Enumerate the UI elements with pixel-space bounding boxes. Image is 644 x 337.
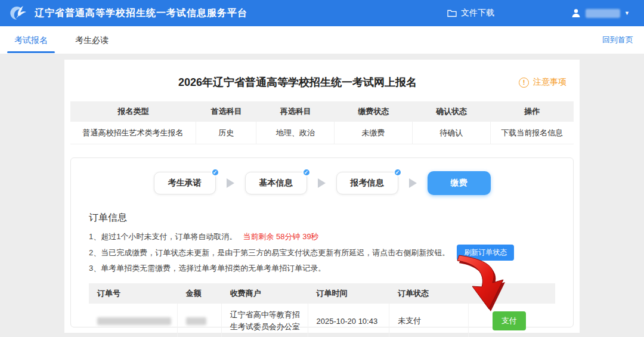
amount-redacted: [186, 317, 206, 325]
page-title: 2026年辽宁省普通高等学校招生统一考试网上报名: [76, 75, 519, 89]
cell-registration-type: 普通高校招生艺术类考生报名: [70, 122, 196, 144]
back-to-home-link[interactable]: 回到首页: [602, 35, 633, 45]
col-header: 操作: [491, 106, 574, 117]
tab-bar: 考试报名 考生必读 回到首页: [0, 26, 644, 54]
step-basic-info[interactable]: 基本信息 ✓: [245, 172, 307, 194]
folder-icon: [447, 9, 457, 17]
order-table-row: 辽宁省高中等教育招生考试委员会办公室 2025-10-20 10:43 未支付 …: [89, 304, 555, 337]
cell-order-number: [89, 304, 178, 337]
step-label: 报考信息: [351, 178, 384, 188]
cell-merchant: 辽宁省高中等教育招生考试委员会办公室: [222, 304, 308, 337]
col-header: 再选科目: [256, 106, 335, 117]
step-arrow-icon: [227, 178, 234, 188]
col-header: 缴费状态: [335, 106, 413, 117]
notice-link[interactable]: ! 注意事项: [519, 77, 566, 88]
cell-payment-status: 未缴费: [335, 122, 413, 144]
registration-table: 报名类型 首选科目 再选科目 缴费状态 确认状态 操作 普通高校招生艺术类考生报…: [70, 101, 574, 144]
tab-candidate-must-read[interactable]: 考生必读: [75, 26, 109, 54]
refresh-order-status-button[interactable]: 刷新订单状态: [457, 245, 514, 261]
step-arrow-icon: [409, 178, 417, 188]
app-header: 辽宁省普通高等学校招生统一考试信息服务平台 文件下载 ▼: [0, 0, 644, 26]
col-header: 金额: [178, 288, 222, 299]
check-badge-icon: ✓: [394, 168, 402, 177]
cell-order-status: 未支付: [389, 304, 469, 337]
check-badge-icon: ✓: [211, 168, 219, 177]
order-note-2: 2、当已完成缴费，订单状态未更新，是由于第三方的易宝支付状态更新有所延迟，请点击…: [89, 245, 555, 261]
order-note-1: 1、超过1个小时未支付，订单将自动取消。 当前剩余 58分钟 39秒: [89, 230, 555, 243]
order-note-3: 3、单考单招类无需缴费，选择过单考单招类的无单考单招订单记录。: [89, 262, 555, 275]
cell-pay-action: 支付: [469, 304, 555, 337]
card-header: 2026年辽宁省普通高等学校招生统一考试网上报名 ! 注意事项: [70, 60, 574, 101]
cell-amount: [178, 304, 222, 337]
col-header: 首选科目: [196, 106, 256, 117]
registration-table-row: 普通高校招生艺术类考生报名 历史 地理、政治 未缴费 待确认 下载当前报名信息: [70, 122, 574, 144]
order-table-header: 订单号 金额 收费商户 订单时间 订单状态: [89, 283, 555, 304]
note-text: 1、超过1个小时未支付，订单将自动取消。: [89, 230, 237, 243]
main-card: 2026年辽宁省普通高等学校招生统一考试网上报名 ! 注意事项 报名类型 首选科…: [64, 60, 580, 333]
tab-exam-registration[interactable]: 考试报名: [14, 26, 48, 54]
step-label: 考生承诺: [168, 178, 202, 188]
order-number-redacted: [97, 317, 171, 325]
col-header: 报名类型: [70, 106, 196, 117]
col-header: 订单号: [89, 288, 178, 299]
download-registration-info-link[interactable]: 下载当前报名信息: [491, 122, 574, 144]
file-download-label: 文件下载: [461, 8, 494, 18]
col-header: 确认状态: [413, 106, 491, 117]
tab-label: 考生必读: [75, 35, 109, 45]
notice-label: 注意事项: [533, 77, 566, 88]
cell-confirm-status: 待确认: [413, 122, 491, 144]
payment-panel: 考生承诺 ✓ 基本信息 ✓ 报考信息 ✓ 缴费 订单信息: [70, 157, 574, 327]
alert-circle-icon: !: [519, 78, 529, 88]
app-logo-bird-icon: [8, 3, 29, 23]
page-body: 2026年辽宁省普通高等学校招生统一考试网上报名 ! 注意事项 报名类型 首选科…: [0, 54, 644, 337]
check-badge-icon: ✓: [302, 168, 311, 177]
tab-label: 考试报名: [14, 35, 48, 45]
note-text: 2、当已完成缴费，订单状态未更新，是由于第三方的易宝支付状态更新有所延迟，请点击…: [89, 246, 450, 259]
username-redacted: [586, 9, 620, 18]
col-header: 订单状态: [389, 288, 469, 299]
cell-order-time: 2025-10-20 10:43: [308, 304, 390, 337]
step-application-info[interactable]: 报考信息 ✓: [336, 172, 398, 194]
app-title: 辽宁省普通高等学校招生统一考试信息服务平台: [35, 7, 247, 20]
col-header: 收费商户: [222, 288, 308, 299]
file-download-link[interactable]: 文件下载: [447, 8, 494, 18]
cell-first-subject: 历史: [196, 122, 256, 144]
note-text: 3、单考单招类无需缴费，选择过单考单招类的无单考单招订单记录。: [89, 262, 326, 275]
step-candidate-commitment[interactable]: 考生承诺 ✓: [154, 172, 216, 194]
step-payment-active[interactable]: 缴费: [428, 171, 491, 195]
countdown-timer: 当前剩余 58分钟 39秒: [243, 230, 318, 243]
order-table: 订单号 金额 收费商户 订单时间 订单状态 辽宁省高中等教育招生考试委员会办公室: [89, 283, 555, 337]
user-menu[interactable]: ▼: [571, 8, 630, 18]
step-label: 基本信息: [259, 178, 293, 188]
order-info-heading: 订单信息: [89, 212, 555, 224]
caret-down-icon: ▼: [624, 11, 630, 16]
pay-button[interactable]: 支付: [493, 311, 526, 330]
registration-table-header: 报名类型 首选科目 再选科目 缴费状态 确认状态 操作: [70, 101, 574, 122]
col-header: 订单时间: [308, 288, 390, 299]
step-label: 缴费: [451, 178, 467, 188]
person-icon: [571, 8, 581, 18]
step-indicator: 考生承诺 ✓ 基本信息 ✓ 报考信息 ✓ 缴费: [89, 171, 555, 195]
step-arrow-icon: [318, 178, 326, 188]
cell-second-subjects: 地理、政治: [256, 122, 335, 144]
